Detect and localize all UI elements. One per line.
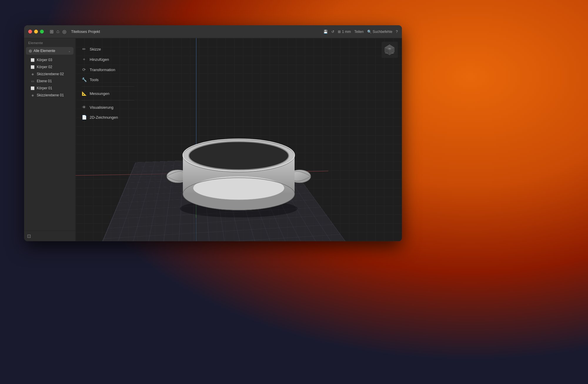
svg-text:front: front (385, 52, 388, 54)
toolbar-item-visualisierung[interactable]: 👁 Visualisierung (76, 102, 140, 112)
traffic-lights (28, 30, 44, 33)
orientation-gizmo[interactable]: top front right (382, 42, 398, 58)
app-window: ⊞ ⌂ ◎ Titelloses Projekt 💾 ↺ ⊞ 1 mm Teil… (24, 25, 402, 241)
sidebar-item-koerper-01[interactable]: ⬜ Körper 01 (24, 85, 75, 92)
sidebar-item-label: Körper 03 (37, 58, 52, 62)
titlebar: ⊞ ⌂ ◎ Titelloses Projekt 💾 ↺ ⊞ 1 mm Teil… (24, 25, 402, 38)
titlebar-icons: ⊞ ⌂ ◎ (50, 29, 66, 34)
toolbar-divider (81, 86, 134, 87)
toolbar-label: Messungen (90, 91, 109, 96)
toolbar-item-transformation[interactable]: ⟳ Transformation (76, 65, 140, 75)
location-icon[interactable]: ◎ (62, 29, 66, 34)
toolbar-item-tools[interactable]: 🔧 Tools (76, 75, 140, 85)
sidebar-item-label: Skizzierebene 02 (37, 72, 64, 76)
sidebar-item-label: Körper 02 (37, 65, 52, 69)
plane-icon: ▭ (31, 79, 35, 83)
main-content: Elemente ◎ Alle Elemente ⌄ ⬜ Körper 03 ⬜… (24, 38, 402, 241)
grid-icon: ⊞ (338, 30, 341, 34)
wrench-icon: 🔧 (81, 77, 87, 82)
svg-point-9 (193, 176, 284, 200)
sidebar-footer: ⊡ (24, 231, 75, 241)
box-icon: ⬜ (31, 65, 35, 69)
toolbar-label: Tools (90, 78, 98, 82)
window-title: Titelloses Projekt (71, 29, 321, 34)
3d-pot-model (143, 97, 334, 229)
save-icon-btn[interactable]: 💾 (323, 30, 328, 34)
box-icon: ⬜ (31, 58, 35, 62)
dropdown-icon: ◎ (29, 49, 32, 53)
toolbar-label: Transformation (90, 68, 115, 72)
dropdown-text: Alle Elemente (34, 49, 55, 53)
sidebar-items-list: ⬜ Körper 03 ⬜ Körper 02 ◈ Skizzierebene … (24, 55, 75, 231)
sketch-plane-icon: ◈ (31, 93, 35, 97)
sidebar-item-koerper-03[interactable]: ⬜ Körper 03 (24, 56, 75, 63)
minimize-button[interactable] (34, 30, 38, 33)
toolbar-label: Skizze (90, 47, 101, 51)
sidebar-item-label: Körper 01 (37, 86, 52, 90)
viewport[interactable]: ✏ Skizze ＋ Hinzufügen ⟳ Transformation 🔧… (76, 38, 402, 241)
toolbar-divider-2 (81, 100, 134, 100)
viewport-toolbar: ✏ Skizze ＋ Hinzufügen ⟳ Transformation 🔧… (76, 38, 140, 241)
folder-icon[interactable]: ⊡ (27, 234, 31, 239)
sketch-plane-icon: ◈ (31, 72, 35, 76)
search-button[interactable]: 🔍 Suchbefehle (367, 30, 392, 34)
chevron-down-icon: ⌄ (68, 49, 71, 53)
toolbar-item-skizze[interactable]: ✏ Skizze (76, 44, 140, 54)
toolbar-label: Hinzufügen (90, 57, 109, 62)
toolbar-label: Visualisierung (90, 105, 113, 110)
toolbar-label: 2D-Zeichnungen (90, 115, 118, 120)
maximize-button[interactable] (40, 30, 44, 33)
sidebar-item-skizzierebene-01[interactable]: ◈ Skizzierebene 01 (24, 92, 75, 99)
share-button[interactable]: Teilen (354, 30, 363, 34)
sidebar-item-ebene-01[interactable]: ▭ Ebene 01 (24, 78, 75, 85)
sidebar-header: Elemente (24, 38, 75, 46)
gizmo-svg: top front right (383, 43, 396, 56)
sidebar-toggle-icon[interactable]: ⊞ (50, 29, 54, 34)
home-icon[interactable]: ⌂ (56, 29, 59, 34)
search-icon: 🔍 (367, 30, 372, 34)
refresh-icon-btn[interactable]: ↺ (331, 30, 334, 34)
toolbar-item-messungen[interactable]: 📐 Messungen (76, 88, 140, 98)
close-button[interactable] (28, 30, 32, 33)
sidebar: Elemente ◎ Alle Elemente ⌄ ⬜ Körper 03 ⬜… (24, 38, 76, 241)
grid-measurement-btn[interactable]: ⊞ 1 mm (338, 30, 351, 34)
toolbar-item-hinzufuegen[interactable]: ＋ Hinzufügen (76, 54, 140, 65)
svg-text:top: top (389, 48, 391, 49)
bowl-svg (143, 97, 334, 229)
sidebar-item-label: Skizzierebene 01 (37, 93, 64, 97)
pencil-icon: ✏ (81, 47, 87, 51)
box-icon: ⬜ (31, 86, 35, 90)
search-label: Suchbefehle (373, 30, 392, 34)
plus-icon: ＋ (81, 57, 87, 62)
all-elements-dropdown[interactable]: ◎ Alle Elemente ⌄ (26, 47, 74, 55)
document-icon: 📄 (81, 115, 87, 120)
toolbar-item-zeichnungen[interactable]: 📄 2D-Zeichnungen (76, 112, 140, 122)
transform-icon: ⟳ (81, 67, 87, 72)
help-button[interactable]: ? (396, 30, 398, 34)
eye-icon: 👁 (81, 105, 87, 110)
sidebar-item-skizzierebene-02[interactable]: ◈ Skizzierebene 02 (24, 71, 75, 78)
sidebar-item-koerper-02[interactable]: ⬜ Körper 02 (24, 63, 75, 71)
sidebar-item-label: Ebene 01 (37, 79, 52, 83)
dropdown-label: ◎ Alle Elemente (29, 49, 55, 53)
measurement-label: 1 mm (342, 30, 351, 34)
ruler-icon: 📐 (81, 91, 87, 96)
titlebar-right: 💾 ↺ ⊞ 1 mm Teilen 🔍 Suchbefehle ? (323, 30, 398, 34)
svg-text:right: right (392, 52, 394, 54)
